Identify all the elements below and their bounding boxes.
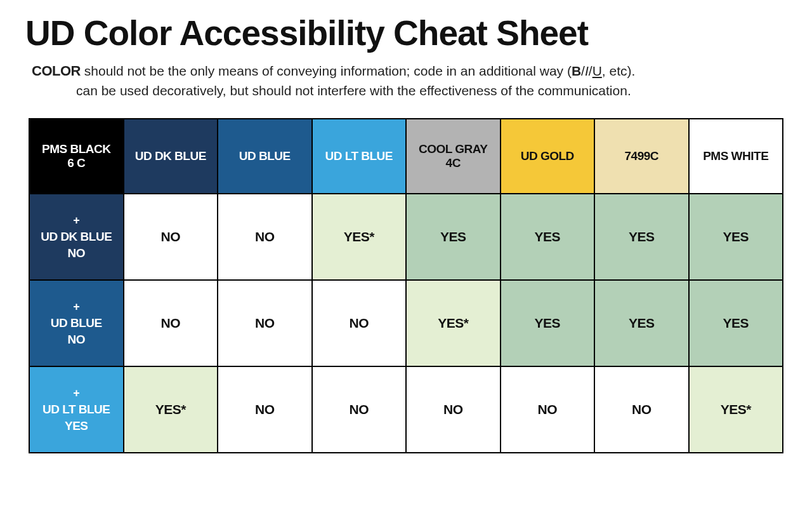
matrix-cell: YES* xyxy=(689,366,783,453)
plus-icon: + xyxy=(34,213,119,228)
table-body: +UD DK BLUENONONOYES*YESYESYESYES+UD BLU… xyxy=(29,194,783,453)
row-vs-black: NO xyxy=(34,332,119,347)
matrix-cell: NO xyxy=(218,280,312,366)
column-header: PMS BLACK6 C xyxy=(29,119,124,194)
row-vs-black: YES xyxy=(34,418,119,434)
header-row: PMS BLACK6 CUD DK BLUEUD BLUEUD LT BLUEC… xyxy=(29,119,783,194)
matrix-cell: NO xyxy=(501,366,595,453)
row-header: +UD BLUENO xyxy=(29,280,124,366)
matrix-cell: NO xyxy=(312,280,407,366)
matrix-cell: NO xyxy=(218,366,312,453)
row-color-name: UD LT BLUE xyxy=(34,402,119,417)
matrix-cell: NO xyxy=(124,280,218,366)
matrix-cell: YES xyxy=(594,194,689,280)
table-row: +UD LT BLUEYESYES*NONONONONOYES* xyxy=(29,366,783,453)
row-vs-black: NO xyxy=(34,246,119,261)
column-header: 7499C xyxy=(594,119,689,194)
page-title: UD Color Accessibility Cheat Sheet xyxy=(25,13,787,53)
matrix-cell: YES xyxy=(501,194,595,280)
row-header: +UD DK BLUENO xyxy=(29,194,124,280)
color-matrix-table: PMS BLACK6 CUD DK BLUEUD BLUEUD LT BLUEC… xyxy=(29,118,783,453)
intro-text: COLOR should not be the only means of co… xyxy=(25,61,787,100)
intro-line1b: , etc). xyxy=(602,64,636,78)
column-header: UD BLUE xyxy=(218,119,312,194)
column-header: UD GOLD xyxy=(501,119,595,194)
column-header: UD DK BLUE xyxy=(124,119,218,194)
intro-line2: can be used decoratively, but should not… xyxy=(32,81,787,100)
intro-lead: COLOR xyxy=(32,63,81,79)
matrix-cell: NO xyxy=(124,194,218,280)
matrix-cell: YES xyxy=(594,280,689,366)
row-color-name: UD DK BLUE xyxy=(34,229,119,244)
intro-underline: U xyxy=(593,64,602,78)
table-head: PMS BLACK6 CUD DK BLUEUD BLUEUD LT BLUEC… xyxy=(29,119,783,194)
matrix-cell: NO xyxy=(218,194,312,280)
table-row: +UD DK BLUENONONOYES*YESYESYESYES xyxy=(29,194,783,280)
matrix-cell: YES* xyxy=(312,194,407,280)
page: UD Color Accessibility Cheat Sheet COLOR… xyxy=(0,0,812,508)
matrix-cell: YES* xyxy=(406,280,501,366)
matrix-cell: YES xyxy=(406,194,501,280)
matrix-cell: NO xyxy=(594,366,689,453)
matrix-cell: YES xyxy=(689,280,783,366)
column-header: COOL GRAY 4C xyxy=(406,119,501,194)
matrix-cell: NO xyxy=(312,366,407,453)
matrix-cell: YES xyxy=(689,194,783,280)
row-header: +UD LT BLUEYES xyxy=(29,366,124,453)
table-row: +UD BLUENONONONOYES*YESYESYES xyxy=(29,280,783,366)
row-color-name: UD BLUE xyxy=(34,316,119,331)
intro-bold: B xyxy=(572,64,581,78)
matrix-cell: NO xyxy=(406,366,501,453)
matrix-cell: YES* xyxy=(124,366,218,453)
intro-line1a: should not be the only means of conveyin… xyxy=(81,64,572,78)
plus-icon: + xyxy=(34,300,119,314)
matrix-cell: YES xyxy=(501,280,595,366)
column-header: UD LT BLUE xyxy=(312,119,407,194)
column-header: PMS WHITE xyxy=(689,119,783,194)
plus-icon: + xyxy=(34,386,119,401)
